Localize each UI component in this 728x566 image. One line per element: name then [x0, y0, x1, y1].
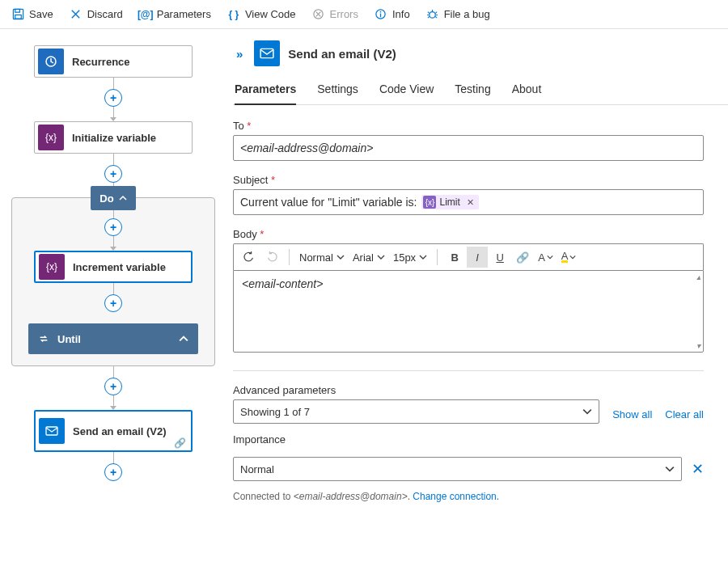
viewcode-label: View Code	[245, 8, 296, 20]
svg-rect-6	[380, 14, 381, 18]
token-remove-button[interactable]: ✕	[467, 197, 474, 208]
subject-label: Subject	[233, 174, 704, 186]
advanced-params-select[interactable]: Showing 1 of 7	[233, 399, 599, 424]
fontsize-select[interactable]: 15px	[390, 247, 430, 268]
tab-testing[interactable]: Testing	[455, 78, 490, 104]
to-label: To	[233, 120, 704, 132]
node-initialize-variable[interactable]: {x} Initialize variable	[34, 121, 193, 154]
parameters-icon: [@]	[139, 8, 152, 21]
clear-all-link[interactable]: Clear all	[665, 408, 704, 424]
add-step-button[interactable]: +	[104, 165, 122, 183]
add-step-button[interactable]: +	[104, 294, 122, 312]
importance-select[interactable]: Normal	[233, 457, 682, 481]
filebug-label: File a bug	[444, 8, 490, 20]
node-initvar-label: Initialize variable	[72, 132, 156, 144]
advanced-showing: Showing 1 of 7	[240, 406, 310, 418]
do-header[interactable]: Do	[91, 186, 136, 210]
redo-button[interactable]	[261, 247, 282, 268]
outlook-icon	[254, 40, 280, 66]
recurrence-icon	[38, 49, 64, 74]
subject-input[interactable]: Current value for "Limit" variable is: {…	[233, 189, 704, 215]
until-label: Until	[57, 333, 81, 345]
tab-parameters[interactable]: Parameters	[235, 78, 296, 105]
tab-codeview[interactable]: Code View	[379, 78, 434, 104]
parameters-label: Parameters	[157, 8, 211, 20]
link-button[interactable]: 🔗	[512, 247, 533, 268]
code-icon: { }	[227, 8, 240, 21]
node-recurrence[interactable]: Recurrence	[34, 45, 193, 78]
chevron-up-icon	[119, 194, 127, 202]
until-bar[interactable]: Until	[28, 323, 198, 354]
body-label: Body	[233, 228, 704, 240]
variable-icon: {x}	[39, 254, 65, 280]
node-increment-variable[interactable]: {x} Increment variable	[34, 251, 193, 283]
bold-button[interactable]: B	[444, 247, 465, 268]
rte-toolbar: Normal Arial 15px B I U 🔗 A A	[233, 243, 704, 270]
command-bar: Save Discard [@] Parameters { } View Cod…	[0, 0, 728, 29]
save-icon	[11, 8, 24, 21]
save-button[interactable]: Save	[5, 5, 60, 24]
svg-rect-9	[46, 427, 57, 435]
chevron-up-icon	[179, 334, 188, 344]
node-send-email[interactable]: Send an email (V2) 🔗	[34, 410, 193, 452]
remove-importance-button[interactable]: ✕	[692, 460, 704, 478]
svg-rect-1	[15, 9, 19, 12]
info-button[interactable]: Info	[368, 5, 417, 24]
to-input[interactable]: <email-address@domain>	[233, 135, 704, 161]
parameters-button[interactable]: [@] Parameters	[133, 5, 218, 24]
subject-text: Current value for "Limit" variable is:	[240, 196, 417, 209]
loop-icon	[38, 333, 49, 344]
node-sendemail-label: Send an email (V2)	[73, 425, 167, 437]
panel-tabs: Parameters Settings Code View Testing Ab…	[233, 78, 728, 105]
errors-button: Errors	[306, 5, 365, 24]
errors-icon	[312, 8, 325, 21]
connection-info: Connected to <email-address@domain>. Cha…	[233, 491, 728, 502]
info-label: Info	[392, 8, 410, 20]
font-select[interactable]: Arial	[349, 247, 388, 268]
scroll-down-icon[interactable]: ▾	[693, 341, 703, 350]
connection-icon: 🔗	[174, 437, 186, 449]
add-step-button[interactable]: +	[104, 89, 122, 107]
designer-canvas: Recurrence + {x} Initialize variable + D…	[0, 29, 226, 566]
chevron-down-icon	[582, 407, 592, 416]
discard-button[interactable]: Discard	[63, 5, 129, 24]
to-value: <email-address@domain>	[240, 142, 373, 154]
action-details-panel: » Send an email (V2) Parameters Settings…	[226, 29, 728, 566]
save-label: Save	[29, 8, 53, 20]
collapse-panel-button[interactable]: »	[233, 45, 246, 62]
panel-title: Send an email (V2)	[288, 47, 396, 61]
underline-button[interactable]: U	[489, 247, 510, 268]
add-step-button[interactable]: +	[104, 218, 122, 236]
textcolor-button[interactable]: A	[535, 247, 557, 268]
add-step-button[interactable]: +	[104, 463, 122, 481]
body-editor[interactable]: <email-content> ▴ ▾	[233, 270, 704, 353]
italic-button[interactable]: I	[467, 247, 488, 268]
show-all-link[interactable]: Show all	[612, 408, 652, 424]
variable-icon: {x}	[423, 196, 436, 209]
token-limit[interactable]: {x} Limit ✕	[421, 195, 478, 209]
filebug-button[interactable]: File a bug	[420, 5, 497, 24]
svg-point-5	[380, 11, 382, 13]
highlight-button[interactable]: A	[558, 247, 580, 268]
change-connection-link[interactable]: Change connection.	[413, 491, 499, 502]
importance-value: Normal	[240, 463, 274, 475]
discard-icon	[70, 8, 83, 21]
add-step-button[interactable]: +	[104, 378, 122, 395]
importance-label: Importance	[233, 433, 704, 446]
tab-about[interactable]: About	[512, 78, 542, 104]
svg-point-7	[430, 12, 436, 19]
viewcode-button[interactable]: { } View Code	[221, 5, 303, 24]
outlook-icon	[39, 418, 65, 444]
node-increment-label: Increment variable	[73, 261, 166, 273]
undo-button[interactable]	[239, 247, 260, 268]
style-select[interactable]: Normal	[296, 247, 348, 268]
body-value: <email-content>	[242, 277, 323, 290]
svg-rect-2	[15, 15, 21, 19]
bug-icon	[426, 8, 439, 21]
scroll-up-icon[interactable]: ▴	[693, 272, 703, 281]
token-label: Limit	[439, 196, 459, 208]
tab-settings[interactable]: Settings	[317, 78, 358, 104]
node-recurrence-label: Recurrence	[72, 56, 130, 68]
until-loop-container: Do + {x} Increment variable + Until	[11, 197, 215, 366]
info-icon	[375, 8, 387, 21]
